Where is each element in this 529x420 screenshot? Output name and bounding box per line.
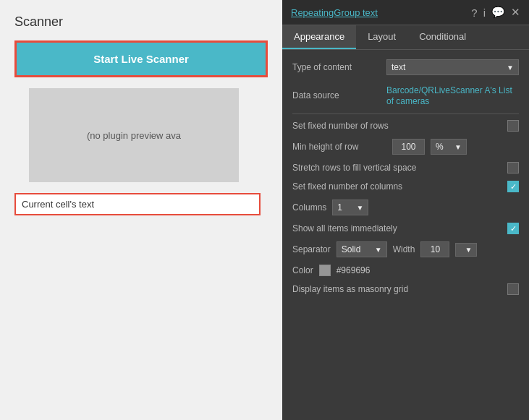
panel-content: Type of content text ▼ Data source Barco…: [282, 50, 529, 420]
separator-select[interactable]: Solid ▼: [337, 241, 387, 257]
tab-layout[interactable]: Layout: [356, 25, 407, 49]
tab-conditional[interactable]: Conditional: [407, 25, 478, 49]
set-fixed-rows-row: Set fixed number of rows: [292, 120, 519, 132]
set-fixed-columns-checkbox[interactable]: ✓: [507, 181, 519, 192]
current-cell-text-box[interactable]: Current cell's text: [14, 193, 261, 215]
set-fixed-rows-label: Set fixed number of rows: [292, 121, 389, 131]
masonry-grid-label: Display items as masonry grid: [292, 284, 408, 294]
columns-row: Columns 1 ▼: [292, 200, 519, 215]
set-fixed-columns-label: Set fixed number of columns: [292, 181, 402, 192]
type-of-content-value: text ▼: [386, 59, 519, 75]
width-unit-select[interactable]: ▼: [455, 243, 477, 257]
tabs-bar: Appearance Layout Conditional: [282, 25, 529, 50]
help-icon[interactable]: ?: [471, 7, 477, 19]
color-label: Color: [292, 265, 313, 275]
set-fixed-columns-row: Set fixed number of columns ✓: [292, 181, 519, 192]
scanner-title: Scanner: [14, 14, 268, 30]
stretch-rows-row: Stretch rows to fill vertical space: [292, 162, 519, 173]
width-label: Width: [393, 244, 415, 254]
min-height-label: Min height of row: [292, 142, 386, 152]
chevron-down-icon: ▼: [454, 143, 462, 151]
divider-1: [292, 113, 519, 114]
min-height-row: Min height of row % ▼: [292, 139, 519, 155]
type-of-content-select[interactable]: text ▼: [386, 59, 519, 75]
data-source-value: Barcode/QRLiveScanner A's List of camera…: [386, 85, 519, 106]
chevron-down-icon: ▼: [356, 204, 363, 212]
tab-appearance[interactable]: Appearance: [282, 25, 356, 49]
panel-title[interactable]: RepeatingGroup text: [291, 7, 378, 18]
columns-select[interactable]: 1 ▼: [332, 200, 368, 215]
show-all-items-label: Show all items immediately: [292, 223, 397, 233]
panel-icons: ? i 💬 ✕: [471, 6, 520, 19]
color-hex-value: #969696: [337, 265, 371, 275]
show-all-items-row: Show all items immediately ✓: [292, 223, 519, 234]
close-icon[interactable]: ✕: [511, 6, 520, 19]
data-source-label: Data source: [292, 90, 386, 100]
color-swatch[interactable]: [319, 265, 331, 276]
min-height-input[interactable]: [392, 139, 425, 155]
chevron-down-icon: ▼: [465, 246, 472, 254]
masonry-grid-row: Display items as masonry grid: [292, 283, 519, 295]
data-source-link[interactable]: Barcode/QRLiveScanner A's List of camera…: [386, 85, 512, 106]
panel-header: RepeatingGroup text ? i 💬 ✕: [282, 0, 529, 25]
stretch-rows-checkbox[interactable]: [507, 162, 519, 173]
start-scanner-button[interactable]: Start Live Scanner: [14, 40, 268, 77]
plugin-preview-text: (no plugin preview ava: [87, 130, 181, 141]
width-input[interactable]: [420, 241, 449, 257]
plugin-preview-area: (no plugin preview ava: [29, 88, 239, 182]
data-source-row: Data source Barcode/QRLiveScanner A's Li…: [292, 85, 519, 106]
show-all-items-checkbox[interactable]: ✓: [507, 223, 519, 234]
masonry-grid-checkbox[interactable]: [507, 283, 519, 295]
separator-label: Separator: [292, 244, 331, 254]
type-of-content-label: Type of content: [292, 62, 386, 72]
separator-row: Separator Solid ▼ Width ▼: [292, 241, 519, 257]
type-of-content-row: Type of content text ▼: [292, 57, 519, 77]
color-row: Color #969696: [292, 265, 519, 276]
right-panel: RepeatingGroup text ? i 💬 ✕ Appearance L…: [282, 0, 529, 420]
columns-label: Columns: [292, 202, 326, 213]
stretch-rows-label: Stretch rows to fill vertical space: [292, 163, 416, 173]
left-panel: Scanner Start Live Scanner (no plugin pr…: [0, 0, 282, 420]
min-height-unit-select[interactable]: % ▼: [431, 139, 467, 155]
chevron-down-icon: ▼: [507, 64, 514, 72]
chevron-down-icon: ▼: [375, 246, 382, 254]
set-fixed-rows-checkbox[interactable]: [507, 120, 519, 132]
info-icon[interactable]: i: [483, 7, 486, 19]
comment-icon[interactable]: 💬: [491, 6, 505, 19]
